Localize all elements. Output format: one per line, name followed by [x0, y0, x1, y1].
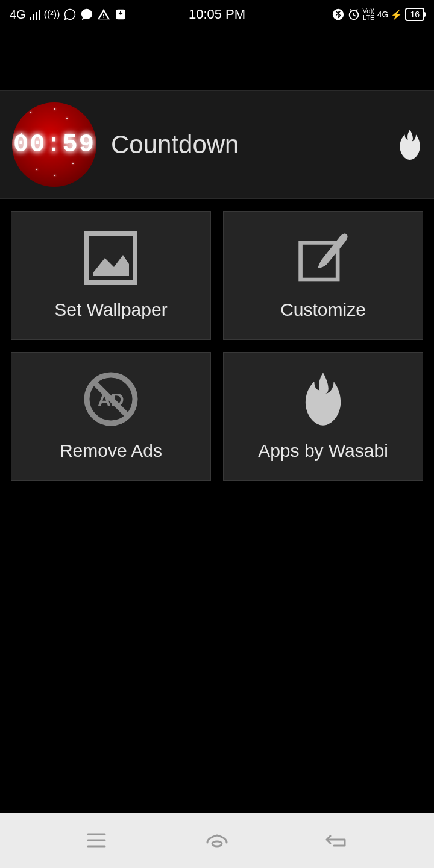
recent-apps-button[interactable] — [78, 828, 115, 852]
app-header: 00:59 Countdown — [0, 90, 434, 199]
status-bar: 4G ((²)) 10:05 PM — [0, 0, 434, 29]
countdown-logo: 00:59 — [12, 102, 96, 187]
apps-by-wasabi-tile[interactable]: Apps by Wasabi — [223, 352, 423, 481]
no-ad-icon: AD — [84, 372, 138, 426]
image-icon — [84, 231, 138, 285]
download-icon — [114, 8, 127, 21]
status-time: 10:05 PM — [189, 7, 245, 22]
network-right: 4G — [377, 10, 389, 19]
warning-icon — [97, 8, 110, 21]
tile-label: Apps by Wasabi — [258, 441, 388, 461]
status-left: 4G ((²)) — [10, 8, 127, 22]
set-wallpaper-tile[interactable]: Set Wallpaper — [11, 211, 211, 340]
tile-label: Set Wallpaper — [54, 300, 167, 320]
svg-point-11 — [212, 841, 222, 846]
tile-grid: Set Wallpaper Customize AD Remove Ads — [0, 199, 434, 493]
tile-label: Remove Ads — [60, 441, 162, 461]
back-button[interactable] — [319, 828, 356, 852]
brush-icon — [296, 231, 350, 285]
home-button[interactable] — [199, 828, 235, 852]
lte-indicator: Vo)) LTE — [363, 8, 375, 21]
signal-icon — [30, 9, 40, 20]
whatsapp-icon — [63, 8, 77, 21]
wifi-icon: ((²)) — [44, 9, 60, 20]
network-label: 4G — [10, 8, 26, 22]
charging-icon: ⚡ — [391, 9, 403, 20]
tile-label: Customize — [280, 300, 366, 320]
bluetooth-icon — [332, 8, 345, 21]
alarm-icon — [347, 8, 360, 21]
nav-bar — [0, 813, 434, 868]
app-title: Countdown — [111, 130, 398, 159]
remove-ads-tile[interactable]: AD Remove Ads — [11, 352, 211, 481]
status-right: Vo)) LTE 4G ⚡ 16 — [332, 8, 424, 21]
countdown-time: 00:59 — [13, 130, 95, 159]
battery-indicator: 16 — [405, 8, 424, 21]
flame-icon[interactable] — [398, 130, 422, 160]
flame-icon — [296, 372, 350, 426]
customize-tile[interactable]: Customize — [223, 211, 423, 340]
chat-icon — [80, 8, 93, 21]
